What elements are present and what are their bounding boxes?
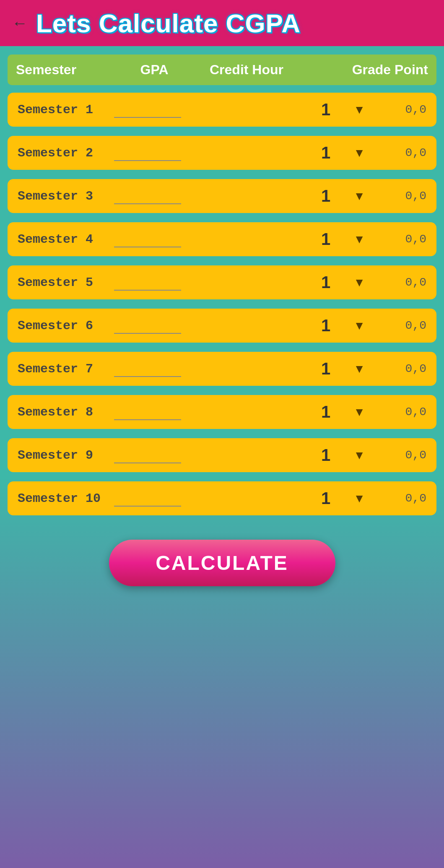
credit-dropdown-8[interactable]: ▼	[347, 405, 372, 419]
credit-number-6: 1	[309, 316, 343, 335]
table-row: Semester 8 1 ▼ 0,0	[8, 395, 436, 429]
credit-dropdown-1[interactable]: ▼	[347, 103, 372, 117]
table-row: Semester 6 1 ▼ 0,0	[8, 309, 436, 343]
gpa-input-1[interactable]	[114, 102, 181, 118]
col-credit-hour: Credit Hour	[200, 62, 293, 78]
calculate-area: CALCULATE	[0, 523, 444, 607]
credit-number-3: 1	[309, 187, 343, 205]
semester-label-2: Semester 2	[18, 146, 110, 160]
col-semester: Semester	[16, 62, 108, 78]
credit-number-5: 1	[309, 273, 343, 292]
table-row: Semester 2 1 ▼ 0,0	[8, 136, 436, 170]
credit-dropdown-6[interactable]: ▼	[347, 319, 372, 333]
semester-label-1: Semester 1	[18, 103, 110, 117]
gpa-input-9[interactable]	[114, 447, 181, 463]
semester-label-5: Semester 5	[18, 275, 110, 290]
semester-label-3: Semester 3	[18, 189, 110, 203]
semester-label-6: Semester 6	[18, 319, 110, 333]
back-button[interactable]: ←	[12, 15, 28, 31]
gpa-input-3[interactable]	[114, 188, 181, 204]
grade-point-5: 0,0	[376, 276, 426, 289]
table-row: Semester 10 1 ▼ 0,0	[8, 481, 436, 515]
table-row: Semester 4 1 ▼ 0,0	[8, 222, 436, 256]
table-row: Semester 7 1 ▼ 0,0	[8, 352, 436, 386]
grade-point-10: 0,0	[376, 492, 426, 505]
calculate-button[interactable]: CALCULATE	[109, 540, 335, 586]
credit-dropdown-3[interactable]: ▼	[347, 190, 372, 203]
grade-point-9: 0,0	[376, 449, 426, 462]
semester-rows: Semester 1 1 ▼ 0,0 Semester 2 1 ▼ 0,0 Se…	[0, 85, 444, 523]
gpa-input-2[interactable]	[114, 145, 181, 161]
semester-label-4: Semester 4	[18, 232, 110, 247]
grade-point-3: 0,0	[376, 190, 426, 203]
credit-dropdown-7[interactable]: ▼	[347, 362, 372, 376]
gpa-input-4[interactable]	[114, 231, 181, 247]
semester-label-8: Semester 8	[18, 405, 110, 419]
table-row: Semester 9 1 ▼ 0,0	[8, 438, 436, 472]
grade-point-6: 0,0	[376, 319, 426, 332]
grade-point-2: 0,0	[376, 146, 426, 159]
credit-number-2: 1	[309, 143, 343, 162]
credit-number-1: 1	[309, 100, 343, 119]
credit-number-10: 1	[309, 489, 343, 508]
credit-dropdown-4[interactable]: ▼	[347, 233, 372, 246]
gpa-input-8[interactable]	[114, 404, 181, 420]
col-grade-point: Grade Point	[293, 62, 428, 78]
credit-number-9: 1	[309, 446, 343, 465]
credit-number-4: 1	[309, 230, 343, 249]
grade-point-7: 0,0	[376, 362, 426, 375]
credit-number-7: 1	[309, 359, 343, 378]
page-title: Lets Calculate CGPA	[36, 8, 301, 38]
semester-label-9: Semester 9	[18, 448, 110, 463]
table-row: Semester 1 1 ▼ 0,0	[8, 93, 436, 127]
grade-point-8: 0,0	[376, 405, 426, 418]
gpa-input-7[interactable]	[114, 361, 181, 377]
credit-number-8: 1	[309, 403, 343, 421]
gpa-input-5[interactable]	[114, 275, 181, 291]
semester-label-7: Semester 7	[18, 362, 110, 376]
credit-dropdown-2[interactable]: ▼	[347, 146, 372, 160]
gpa-input-6[interactable]	[114, 318, 181, 334]
column-headers: Semester GPA Credit Hour Grade Point	[8, 55, 436, 85]
gpa-input-10[interactable]	[114, 491, 181, 507]
credit-dropdown-5[interactable]: ▼	[347, 276, 372, 289]
credit-dropdown-10[interactable]: ▼	[347, 492, 372, 505]
app-header: ← Lets Calculate CGPA	[0, 0, 444, 46]
semester-label-10: Semester 10	[18, 491, 110, 506]
credit-dropdown-9[interactable]: ▼	[347, 449, 372, 462]
grade-point-4: 0,0	[376, 233, 426, 246]
grade-point-1: 0,0	[376, 103, 426, 116]
table-row: Semester 5 1 ▼ 0,0	[8, 265, 436, 299]
table-row: Semester 3 1 ▼ 0,0	[8, 179, 436, 213]
col-gpa: GPA	[108, 62, 200, 78]
